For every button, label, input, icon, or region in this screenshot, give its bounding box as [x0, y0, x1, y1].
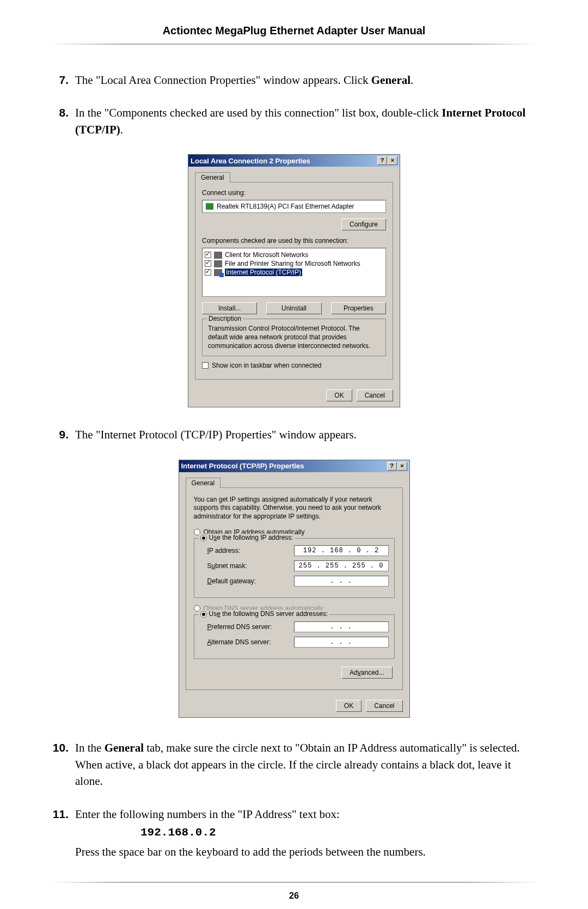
close-button[interactable]: ×: [397, 462, 407, 471]
share-icon: [214, 260, 222, 267]
tcp-ip-properties-dialog: Internet Protocol (TCP/IP) Properties ? …: [179, 460, 410, 718]
ip-code: 192.168.0.2: [140, 825, 539, 841]
help-button[interactable]: ?: [387, 462, 397, 471]
page-header: Actiontec MegaPlug Ethernet Adapter User…: [49, 25, 539, 37]
step-7: 7. The "Local Area Connection Properties…: [49, 72, 539, 88]
components-listbox[interactable]: Client for Microsoft Networks File and P…: [202, 248, 386, 297]
radio-on[interactable]: [200, 611, 207, 618]
alternate-dns-label: Alternate DNS server:: [207, 638, 294, 646]
close-button[interactable]: ×: [388, 156, 397, 165]
step-number: 9.: [49, 426, 75, 443]
help-button[interactable]: ?: [377, 156, 387, 165]
step-body: In the "Components checked are used by t…: [75, 105, 539, 138]
ip-address-label: IP address:: [207, 547, 294, 554]
info-text: You can get IP settings assigned automat…: [194, 496, 395, 521]
subnet-mask-input[interactable]: 255 . 255 . 255 . 0: [294, 560, 389, 571]
checkbox-checked[interactable]: [205, 260, 211, 267]
subnet-mask-label: Subnet mask:: [207, 562, 294, 570]
components-label: Components checked are used by this conn…: [202, 237, 386, 245]
step-number: 10.: [49, 740, 75, 789]
step-number: 11.: [49, 806, 75, 860]
default-gateway-input[interactable]: . . .: [294, 576, 389, 587]
dialog-titlebar: Internet Protocol (TCP/IP) Properties ? …: [179, 460, 409, 472]
step-number: 7.: [49, 72, 75, 88]
client-icon: [214, 252, 222, 259]
dialog-title: Local Area Connection 2 Properties: [191, 157, 310, 165]
install-button[interactable]: Install...: [202, 302, 257, 314]
preferred-dns-label: Preferred DNS server:: [207, 623, 294, 631]
step-8: 8. In the "Components checked are used b…: [49, 105, 539, 138]
protocol-icon: [214, 269, 222, 276]
dialog-title: Internet Protocol (TCP/IP) Properties: [181, 462, 304, 470]
step-11: 11. Enter the following numbers in the "…: [49, 806, 539, 860]
adapter-field: Realtek RTL8139(A) PCI Fast Ethernet Ada…: [202, 200, 386, 213]
adapter-name: Realtek RTL8139(A) PCI Fast Ethernet Ada…: [217, 203, 354, 210]
radio-on[interactable]: [200, 535, 207, 541]
preferred-dns-input[interactable]: . . .: [294, 621, 389, 632]
description-legend: Description: [207, 315, 243, 322]
configure-button[interactable]: Configure: [341, 218, 386, 230]
step-number: 8.: [49, 105, 75, 138]
step-body: The "Local Area Connection Properties" w…: [75, 72, 539, 88]
show-icon-row[interactable]: Show icon in taskbar when connected: [202, 362, 386, 369]
step-body: In the General tab, make sure the circle…: [75, 740, 539, 789]
step-10: 10. In the General tab, make sure the ci…: [49, 740, 539, 789]
default-gateway-label: Default gateway:: [207, 577, 294, 585]
ok-button[interactable]: OK: [336, 700, 362, 712]
ip-address-input[interactable]: 192 . 168 . 0 . 2: [294, 545, 389, 556]
connect-using-label: Connect using:: [202, 189, 386, 197]
cancel-button[interactable]: Cancel: [366, 700, 402, 712]
step-body: The "Internet Protocol (TCP/IP) Properti…: [75, 426, 539, 443]
checkbox-empty[interactable]: [202, 362, 209, 369]
list-item[interactable]: File and Printer Sharing for Microsoft N…: [205, 259, 383, 268]
uninstall-button[interactable]: Uninstall: [266, 302, 321, 314]
footer-rule: [49, 882, 539, 883]
page-number: 26: [49, 891, 539, 901]
description-text: Transmission Control Protocol/Internet P…: [208, 325, 380, 350]
list-item[interactable]: Client for Microsoft Networks: [205, 251, 383, 259]
list-item[interactable]: Internet Protocol (TCP/IP): [205, 268, 383, 277]
checkbox-checked[interactable]: [205, 269, 211, 276]
tab-general[interactable]: General: [186, 478, 221, 488]
ok-button[interactable]: OK: [326, 389, 352, 401]
adapter-icon: [206, 203, 213, 210]
step-9: 9. The "Internet Protocol (TCP/IP) Prope…: [49, 426, 539, 443]
dialog-titlebar: Local Area Connection 2 Properties ? ×: [188, 155, 400, 167]
checkbox-checked[interactable]: [205, 252, 211, 258]
alternate-dns-input[interactable]: . . .: [294, 637, 389, 648]
step-body: Enter the following numbers in the "IP A…: [75, 806, 539, 860]
properties-button[interactable]: Properties: [331, 302, 386, 314]
local-area-connection-dialog: Local Area Connection 2 Properties ? × G…: [188, 154, 400, 407]
tab-general[interactable]: General: [195, 172, 230, 182]
cancel-button[interactable]: Cancel: [357, 389, 393, 401]
advanced-button[interactable]: Advanced...: [341, 667, 392, 679]
description-fieldset: Description Transmission Control Protoco…: [202, 319, 386, 356]
header-rule: [49, 44, 539, 45]
